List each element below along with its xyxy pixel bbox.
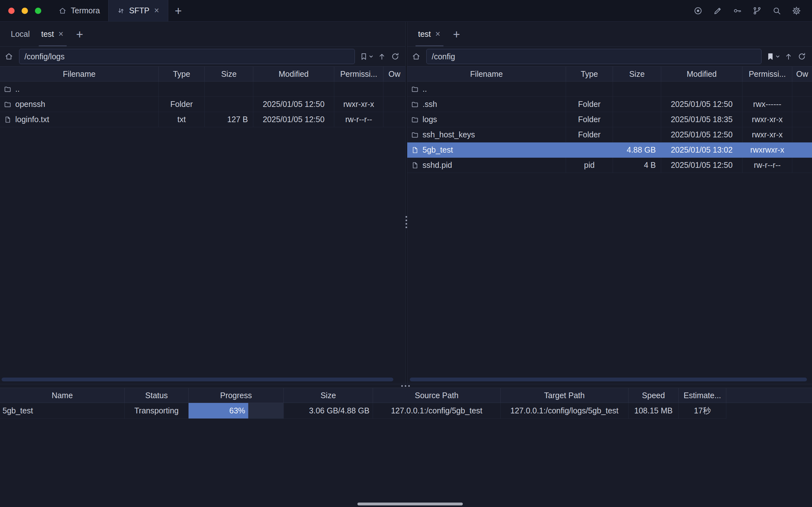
horizontal-scrollbar-right[interactable]: [410, 378, 807, 381]
file-row[interactable]: ..: [407, 81, 812, 97]
git-branch-icon[interactable]: [751, 5, 763, 17]
file-row[interactable]: loginfo.txt txt 127 B 2025/01/05 12:50 r…: [0, 112, 405, 127]
header-filler: [726, 388, 812, 403]
record-icon[interactable]: [692, 5, 704, 17]
filename: loginfo.txt: [15, 115, 49, 124]
chevron-down-icon: [776, 55, 779, 58]
filename: ..: [423, 84, 427, 94]
file-row[interactable]: ..: [0, 81, 405, 97]
bookmark-icon: [359, 52, 368, 61]
filename: 5gb_test: [423, 145, 453, 155]
file-row[interactable]: openssh Folder 2025/01/05 12:50 rwxr-xr-…: [0, 97, 405, 112]
row-filler: [726, 403, 812, 419]
titlebar-toolbar: [692, 0, 812, 21]
tab-test-right-label: test: [418, 30, 431, 39]
new-pane-tab-button-left[interactable]: +: [70, 28, 90, 40]
transfers-header: Name Status Progress Size Source Path Ta…: [0, 388, 812, 403]
column-header-name[interactable]: Name: [0, 388, 125, 403]
column-header-filename[interactable]: Filename: [407, 67, 566, 81]
refresh-button-left[interactable]: [391, 52, 400, 61]
close-icon[interactable]: ×: [154, 6, 160, 15]
new-window-tab-button[interactable]: +: [168, 5, 188, 17]
right-pathbar: [407, 47, 812, 66]
tab-test-left[interactable]: test ×: [36, 22, 70, 46]
settings-icon[interactable]: [791, 5, 803, 17]
arrow-up-icon: [784, 52, 793, 61]
column-header-owner[interactable]: Ow: [383, 67, 405, 81]
bookmark-button-right[interactable]: [766, 52, 779, 61]
transfer-name: 5gb_test: [0, 403, 125, 419]
traffic-lights: [0, 0, 50, 21]
close-icon[interactable]: ×: [58, 29, 64, 39]
folder-icon: [411, 101, 419, 108]
edit-icon[interactable]: [712, 5, 724, 17]
column-header-size[interactable]: Size: [284, 388, 373, 403]
tab-test-right[interactable]: test ×: [412, 22, 447, 46]
folder-icon: [4, 86, 11, 93]
go-up-button-right[interactable]: [784, 52, 793, 61]
file-row[interactable]: sshd.pid pid 4 B 2025/01/05 12:50 rw-r--…: [407, 158, 812, 173]
right-pane-tabbar: test × +: [407, 22, 812, 47]
file-icon: [4, 116, 11, 123]
minimize-window-button[interactable]: [21, 8, 28, 14]
file-row-selected[interactable]: 5gb_test 4.88 GB 2025/01/05 13:02 rwxrwx…: [407, 143, 812, 158]
transfer-progress-label: 63%: [229, 406, 245, 415]
column-header-estimate[interactable]: Estimate...: [679, 388, 726, 403]
transfer-progress-bar: 63%: [188, 403, 284, 419]
column-header-filename[interactable]: Filename: [0, 67, 159, 81]
tab-test-left-label: test: [41, 30, 54, 39]
pane-splitter-horizontal[interactable]: [0, 384, 812, 388]
column-header-source-path[interactable]: Source Path: [373, 388, 501, 403]
column-header-owner[interactable]: Ow: [792, 67, 812, 81]
column-header-modified[interactable]: Modified: [253, 67, 334, 81]
remote-pane: test × + Filename Type: [407, 22, 812, 384]
transfer-status: Transporting: [125, 403, 188, 419]
path-input-left[interactable]: [19, 49, 355, 64]
bottom-scrollbar-thumb[interactable]: [358, 503, 463, 505]
file-icon: [411, 162, 419, 169]
transfer-speed: 108.15 MB: [629, 403, 679, 419]
refresh-button-right[interactable]: [797, 52, 806, 61]
horizontal-scrollbar-left[interactable]: [2, 378, 393, 381]
arrow-up-icon: [377, 52, 386, 61]
column-header-permissions[interactable]: Permissi...: [743, 67, 792, 81]
column-header-size[interactable]: Size: [205, 67, 253, 81]
transfer-progress-fill: 63%: [188, 403, 248, 418]
home-icon[interactable]: [3, 52, 15, 61]
right-table-header: Filename Type Size Modified Permissi... …: [407, 66, 812, 81]
close-window-button[interactable]: [8, 8, 15, 14]
column-header-size[interactable]: Size: [613, 67, 661, 81]
tab-local[interactable]: Local: [5, 22, 36, 46]
column-header-speed[interactable]: Speed: [629, 388, 679, 403]
column-header-target-path[interactable]: Target Path: [501, 388, 629, 403]
file-row[interactable]: .ssh Folder 2025/01/05 12:50 rwx------: [407, 97, 812, 112]
titlebar: Termora SFTP × +: [0, 0, 812, 21]
close-icon[interactable]: ×: [435, 29, 441, 39]
bookmark-filled-icon: [766, 52, 775, 61]
file-row[interactable]: ssh_host_keys Folder 2025/01/05 12:50 rw…: [407, 127, 812, 143]
filename: .ssh: [423, 100, 437, 109]
column-header-status[interactable]: Status: [125, 388, 188, 403]
search-icon[interactable]: [771, 5, 783, 17]
column-header-progress[interactable]: Progress: [188, 388, 284, 403]
key-icon[interactable]: [732, 5, 744, 17]
go-up-button-left[interactable]: [377, 52, 386, 61]
column-header-permissions[interactable]: Permissi...: [334, 67, 383, 81]
bookmark-button-left[interactable]: [359, 52, 373, 61]
tab-sftp[interactable]: SFTP ×: [108, 0, 169, 21]
column-header-type[interactable]: Type: [159, 67, 205, 81]
column-header-modified[interactable]: Modified: [661, 67, 743, 81]
zoom-window-button[interactable]: [35, 8, 41, 14]
left-pane-tabbar: Local test × +: [0, 22, 405, 47]
tab-termora[interactable]: Termora: [50, 0, 108, 21]
path-input-right[interactable]: [426, 49, 762, 64]
transfer-row[interactable]: 5gb_test Transporting 63% 3.06 GB/4.88 G…: [0, 403, 812, 419]
file-row[interactable]: logs Folder 2025/01/05 18:35 rwxr-xr-x: [407, 112, 812, 127]
filename: openssh: [15, 100, 45, 109]
column-header-type[interactable]: Type: [566, 67, 613, 81]
home-icon[interactable]: [411, 52, 422, 61]
new-pane-tab-button-right[interactable]: +: [447, 28, 466, 40]
splitter-grip-icon: [401, 385, 410, 387]
local-pane: Local test × +: [0, 22, 405, 384]
file-icon: [411, 146, 419, 154]
